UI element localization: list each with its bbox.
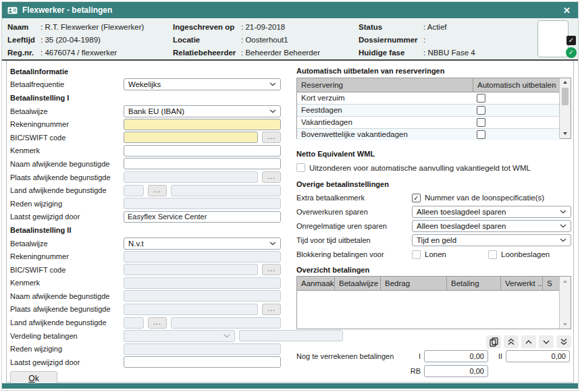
overzicht-table-body <box>297 291 560 329</box>
table-row: Kort verzuim <box>297 92 560 104</box>
verrekenen-rb-label: RB <box>410 367 421 375</box>
land-begunstigde-2-browse-button[interactable]: ... <box>148 317 167 329</box>
reserveringen-table: Reservering Automatisch uitbetalen Kort … <box>296 78 571 139</box>
verrekenen-row-1: Nog te verrekenen betalingen I II <box>296 349 571 363</box>
bic-swift-2-browse-button[interactable]: ... <box>262 264 281 275</box>
wml-checkbox-row: Uitzonderen voor automatische aanvulling… <box>296 161 571 175</box>
land-naam-2-input <box>171 317 281 329</box>
naam-begunstigde-2-input <box>124 290 281 302</box>
plaats-begunstigde-1-label: Plaats afwijkende begunstigde <box>10 173 124 181</box>
chevron-up-icon[interactable] <box>521 335 536 348</box>
kort-verzuim-checkbox[interactable] <box>477 94 485 103</box>
reservering-name: Kort verzuim <box>297 94 473 102</box>
plaats-begunstigde-2-label: Plaats afwijkende begunstigde <box>10 305 124 313</box>
betaalwijze-2-value: N.v.t <box>128 240 144 248</box>
scrollbar-thumb[interactable] <box>562 88 569 105</box>
feestdagen-checkbox[interactable] <box>477 106 485 115</box>
betaalfrequentie-select[interactable]: Wekelijks <box>124 78 281 90</box>
laatst-gewijzigd-2-input[interactable] <box>124 356 281 368</box>
vakantiedagen-checkbox[interactable] <box>477 118 485 127</box>
betalingen-toolbar <box>296 335 571 348</box>
betaalwijze-1-value: Bank EU (IBAN) <box>128 107 184 115</box>
bovenwettelijke-vakantiedagen-checkbox[interactable] <box>477 130 485 139</box>
land-begunstigde-1-browse-button[interactable]: ... <box>148 185 167 196</box>
double-chevron-down-icon[interactable] <box>556 335 571 348</box>
rekeningnummer-1-label: Rekeningnummer <box>10 120 124 128</box>
column-header-bedrag: Bedrag <box>380 277 446 290</box>
column-header-aanmaak: Aanmaak <box>297 279 334 287</box>
field-value: : Beheerder Beheerder <box>241 49 320 57</box>
blokkering-lonen-checkbox[interactable] <box>412 250 421 259</box>
verrekenen-rb-input[interactable] <box>424 365 488 377</box>
wml-uitzonderen-checkbox[interactable] <box>296 163 305 172</box>
plaats-begunstigde-2-browse-button[interactable]: ... <box>262 304 281 315</box>
blokkering-label: Blokkering betalingen voor <box>296 250 412 258</box>
overwerkuren-value: Alleen toeslagdeel sparen <box>417 208 506 216</box>
extra-betaalkenmerk-checkbox[interactable]: ✓ <box>412 194 421 202</box>
tijd-voor-tijd-select[interactable]: Tijd en geld <box>412 234 571 246</box>
header-checkbox-icon[interactable]: ✓ <box>566 36 576 45</box>
contact-card-icon <box>7 7 18 14</box>
close-icon[interactable]: ✕ <box>561 5 573 16</box>
onregelmatige-uren-row: Onregelmatige uren sparen Alleen toeslag… <box>296 219 571 233</box>
extra-betaalkenmerk-row: Extra betaalkenmerk ✓ Nummer van de loon… <box>296 191 571 205</box>
column-header-automatisch-uitbetalen: Automatisch uitbetalen <box>473 78 560 92</box>
field-label: Reg.nr. <box>7 49 41 57</box>
reserveringen-scrollbar[interactable] <box>559 78 571 138</box>
column-header-reservering: Reservering <box>297 81 473 89</box>
scroll-down-icon[interactable] <box>560 130 571 138</box>
column-header-betaalwijze: Betaalwijze <box>334 277 380 290</box>
field-label: Status <box>359 23 423 31</box>
kenmerk-2-input <box>124 277 281 289</box>
kenmerk-1-input[interactable] <box>124 145 281 157</box>
copy-icon[interactable] <box>486 335 501 348</box>
chevron-down-icon[interactable] <box>539 335 554 348</box>
header-column-1: Naam: R.T. Flexwerker (Flexwerker) Leeft… <box>7 20 144 59</box>
section-netto-equivalent-wml: Netto Equivalent WML <box>296 148 571 161</box>
bic-swift-1-browse-button[interactable]: ... <box>262 132 281 143</box>
betaalfrequentie-value: Wekelijks <box>128 80 161 88</box>
blokkering-row: Blokkering betalingen voor Lonen Loonbes… <box>296 248 571 262</box>
section-betaalinstelling-2: Betaalinstelling II <box>10 223 281 237</box>
field-value: : 35 (20-04-1989) <box>41 36 101 44</box>
blokkering-loonbeslagen-checkbox[interactable] <box>488 250 497 259</box>
verrekenen-ii-input[interactable] <box>506 350 570 362</box>
verrekenen-label: Nog te verrekenen betalingen <box>296 352 410 360</box>
field-label: Relatiebeheerder <box>173 49 241 57</box>
header-column-3: Status: Actief Dossiernummer: Huidige fa… <box>359 20 475 59</box>
title-bar: Flexwerker - betalingen ✕ <box>2 2 578 18</box>
rekeningnummer-1-input[interactable] <box>124 119 281 130</box>
extra-betaalkenmerk-checkbox-label: Nummer van de loonspecificatie(s) <box>425 194 544 202</box>
bic-swift-1-input[interactable] <box>124 132 258 143</box>
betaalfrequentie-label: Betaalfrequentie <box>10 80 124 88</box>
laatst-gewijzigd-1-input[interactable] <box>124 211 281 223</box>
verrekenen-ii-label: II <box>494 352 502 360</box>
photo-placeholder <box>537 20 569 57</box>
field-label: Locatie <box>173 36 241 44</box>
field-label: Leeftijd <box>7 36 41 44</box>
betaalwijze-2-select[interactable]: N.v.t <box>124 237 281 250</box>
section-betaalinstelling-1: Betaalinstelling I <box>10 91 281 105</box>
verrekenen-i-input[interactable] <box>424 350 488 362</box>
betaalwijze-1-select[interactable]: Bank EU (IBAN) <box>124 105 281 117</box>
onregelmatige-uren-label: Onregelmatige uren sparen <box>296 222 412 230</box>
overzicht-betalingen-table: Aanmaak Betaalwijze Bedrag Betaling Verw… <box>296 276 571 329</box>
double-chevron-up-icon[interactable] <box>504 335 519 348</box>
scroll-up-icon[interactable] <box>560 78 571 87</box>
bic-swift-2-label: BIC/SWIFT code <box>10 266 124 274</box>
betaalwijze-2-label: Betaalwijze <box>10 240 124 248</box>
column-header-verwerkt: Verwerkt ... <box>500 277 542 290</box>
reden-wijziging-1-input <box>124 198 281 209</box>
plaats-begunstigde-1-browse-button[interactable]: ... <box>262 171 281 183</box>
onregelmatige-uren-value: Alleen toeslagdeel sparen <box>417 222 506 230</box>
overwerkuren-select[interactable]: Alleen toeslagdeel sparen <box>412 206 571 218</box>
tijd-voor-tijd-value: Tijd en geld <box>417 236 456 244</box>
rekeningnummer-2-input <box>124 251 281 262</box>
laatst-gewijzigd-2-label: Laatst gewijzigd door <box>10 358 124 366</box>
field-label: Naam <box>7 23 41 31</box>
onregelmatige-uren-select[interactable]: Alleen toeslagdeel sparen <box>412 220 571 232</box>
field-value: : Oosterhout1 <box>241 36 288 44</box>
verrekenen-row-2: RB <box>296 364 571 378</box>
reserveringen-table-header: Reservering Automatisch uitbetalen <box>297 78 560 92</box>
naam-begunstigde-1-input[interactable] <box>124 158 281 169</box>
